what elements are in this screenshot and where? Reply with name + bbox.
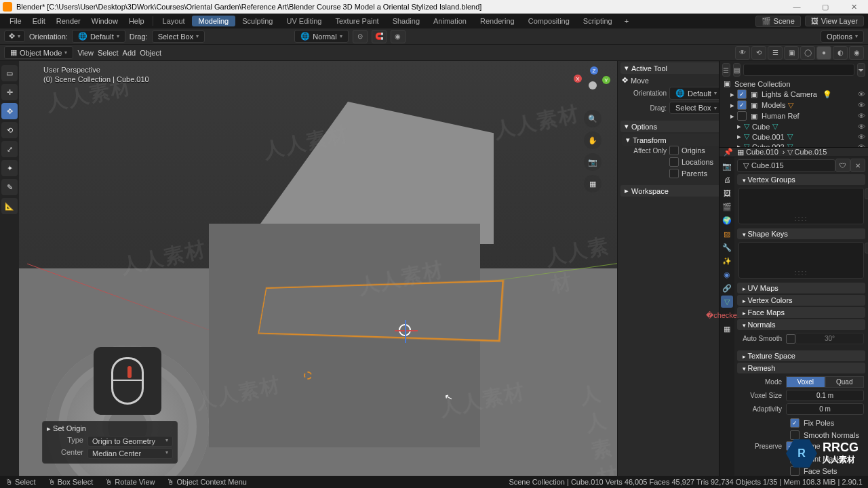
np-orientation-dropdown[interactable]: 🌐 Default ▾: [669, 87, 723, 100]
axis-x-icon[interactable]: X: [574, 75, 582, 83]
orientation-dropdown[interactable]: 🌐 Default ▾: [72, 30, 125, 43]
workspace-tab-sculpting[interactable]: Sculpting: [235, 17, 279, 25]
options-header[interactable]: ▾ Options: [620, 121, 724, 132]
tool-scale[interactable]: ⤢: [1, 141, 18, 157]
camera-button[interactable]: 📷: [584, 153, 601, 171]
type-dropdown[interactable]: Origin to Geometry▾: [87, 436, 173, 447]
crumb-mesh[interactable]: Cube.015: [795, 148, 827, 156]
ptab-mesh-data[interactable]: ▽: [721, 296, 733, 308]
workspace-tab-shading[interactable]: Shading: [386, 17, 427, 25]
minimize-button[interactable]: —: [785, 3, 808, 12]
overlay-toggle-icon[interactable]: ☰: [768, 46, 783, 60]
tool-annotate[interactable]: ✎: [1, 179, 18, 195]
tree-row[interactable]: ▸▽Cube.002▽👁: [721, 142, 867, 147]
view-menu[interactable]: View: [77, 49, 94, 57]
tool-select-box[interactable]: ▭: [1, 65, 18, 81]
axis-y-icon[interactable]: Y: [602, 76, 610, 84]
adaptivity-field[interactable]: 0 m: [786, 403, 864, 415]
tool-measure[interactable]: 📐: [1, 198, 18, 214]
uv-maps-header[interactable]: UV Maps: [737, 283, 865, 293]
ptab-render[interactable]: 📷: [721, 160, 733, 172]
add-shape-key-button[interactable]: +: [865, 243, 868, 253]
vertex-groups-header[interactable]: Vertex Groups: [737, 174, 865, 185]
ptab-constraints[interactable]: 🔗: [721, 282, 733, 294]
outliner-display-mode-icon[interactable]: ☰: [722, 63, 730, 77]
xray-icon[interactable]: ▣: [784, 46, 799, 60]
ptab-viewlayer[interactable]: 🖼: [721, 187, 733, 199]
parents-check[interactable]: [669, 169, 679, 178]
proportional-icon[interactable]: ◉: [391, 30, 406, 43]
maximize-button[interactable]: ▢: [814, 3, 837, 12]
tree-row[interactable]: ▸✓▣Lights & Camera💡👁: [721, 89, 867, 100]
ptab-texture[interactable]: ▦: [721, 323, 733, 335]
voxel-size-field[interactable]: 0.1 m: [786, 390, 864, 401]
menu-edit[interactable]: Edit: [27, 17, 51, 25]
workspace-tab-uvediting[interactable]: UV Editing: [279, 17, 328, 25]
normals-header[interactable]: Normals: [737, 319, 865, 330]
ptab-object[interactable]: ▨: [721, 228, 733, 240]
locations-check[interactable]: [669, 157, 679, 167]
tree-row[interactable]: ▸✓▣Models▽👁: [721, 100, 867, 110]
remesh-header[interactable]: Remesh: [737, 363, 865, 373]
transform-orientation-dropdown[interactable]: 🌐 Normal ▾: [294, 30, 348, 43]
tool-cursor[interactable]: ✛: [1, 84, 18, 100]
workspace-tab-scripting[interactable]: Scripting: [576, 17, 619, 25]
center-dropdown[interactable]: Median Center▾: [87, 448, 173, 459]
workspace-tab-animation[interactable]: Animation: [427, 17, 473, 25]
rendered-shading-icon[interactable]: ◉: [849, 46, 864, 60]
pan-button[interactable]: ✋: [584, 131, 601, 149]
pin-icon[interactable]: 📌: [724, 148, 733, 157]
tool-rotate[interactable]: ⟲: [1, 122, 18, 138]
axis-z-icon[interactable]: Z: [590, 66, 598, 75]
tool-move[interactable]: ✥: [1, 103, 18, 119]
redo-panel-set-origin[interactable]: ▸ Set Origin Type Origin to Geometry▾ Ce…: [42, 421, 178, 464]
outliner-search[interactable]: [743, 64, 854, 76]
ptab-scene[interactable]: 🎬: [721, 201, 733, 213]
solid-shading-icon[interactable]: ●: [816, 46, 831, 60]
workspace-tab-texturepaint[interactable]: Texture Paint: [328, 17, 385, 25]
move-tool-icon[interactable]: ✥ ▾: [4, 30, 25, 42]
menu-help[interactable]: Help: [123, 17, 150, 25]
snap-icon[interactable]: 🧲: [372, 30, 387, 43]
fake-user-icon[interactable]: 🛡: [835, 159, 850, 172]
perspective-button[interactable]: ▦: [584, 175, 601, 192]
menu-file[interactable]: File: [4, 17, 27, 25]
tree-root[interactable]: ▣Scene Collection: [721, 79, 867, 89]
shape-keys-header[interactable]: Shape Keys: [737, 228, 865, 239]
outliner-filter-icon[interactable]: ⏷: [857, 63, 865, 77]
vertex-colors-header[interactable]: Vertex Colors: [737, 295, 865, 306]
workspace-add[interactable]: +: [619, 17, 634, 25]
workspace-header[interactable]: ▸ Workspace: [620, 185, 724, 197]
ptab-world[interactable]: 🌍: [721, 214, 733, 226]
mode-dropdown[interactable]: ▦ Object Mode ▾: [4, 46, 73, 59]
drag-dropdown[interactable]: Select Box ▾: [152, 30, 205, 43]
unlink-icon[interactable]: ✕: [850, 159, 865, 172]
face-maps-header[interactable]: Face Maps: [737, 307, 865, 318]
workspace-tab-rendering[interactable]: Rendering: [473, 17, 521, 25]
auto-smooth-angle[interactable]: 30°: [795, 333, 864, 344]
ptab-physics[interactable]: ◉: [721, 268, 733, 281]
zoom-button[interactable]: 🔍: [584, 110, 601, 127]
close-button[interactable]: ✕: [842, 3, 865, 12]
ptab-output[interactable]: 🖨: [721, 174, 733, 186]
remesh-mode-quad[interactable]: Quad: [825, 376, 865, 388]
gizmo-toggle-icon[interactable]: ⟲: [751, 46, 766, 60]
transform-subheader[interactable]: ▾ Transform: [622, 134, 723, 146]
active-tool-header[interactable]: ▾ Active Tool: [620, 62, 724, 74]
matprev-shading-icon[interactable]: ◐: [833, 46, 848, 60]
add-menu[interactable]: Add: [123, 49, 136, 57]
tree-row[interactable]: ▸▽Cube▽👁: [721, 121, 867, 131]
workspace-tab-modeling[interactable]: Modeling: [192, 16, 236, 26]
options-dropdown[interactable]: Options ▾: [821, 30, 864, 43]
wire-shading-icon[interactable]: ◯: [800, 46, 815, 60]
mesh-name-field[interactable]: ▽ Cube.015: [737, 159, 835, 172]
add-vertex-group-button[interactable]: +: [865, 188, 868, 199]
remesh-mode-voxel[interactable]: Voxel: [786, 376, 825, 388]
tree-row[interactable]: ▸▽Cube.001▽👁: [721, 131, 867, 142]
visibility-icon[interactable]: 👁: [858, 90, 865, 98]
viewlayer-selector[interactable]: 🖼 View Layer: [805, 16, 864, 26]
menu-render[interactable]: Render: [51, 17, 86, 25]
np-drag-dropdown[interactable]: Select Box ▾: [669, 102, 723, 114]
collection-toggle[interactable]: ✓: [737, 89, 747, 99]
pivot-icon[interactable]: ⊙: [353, 30, 368, 43]
